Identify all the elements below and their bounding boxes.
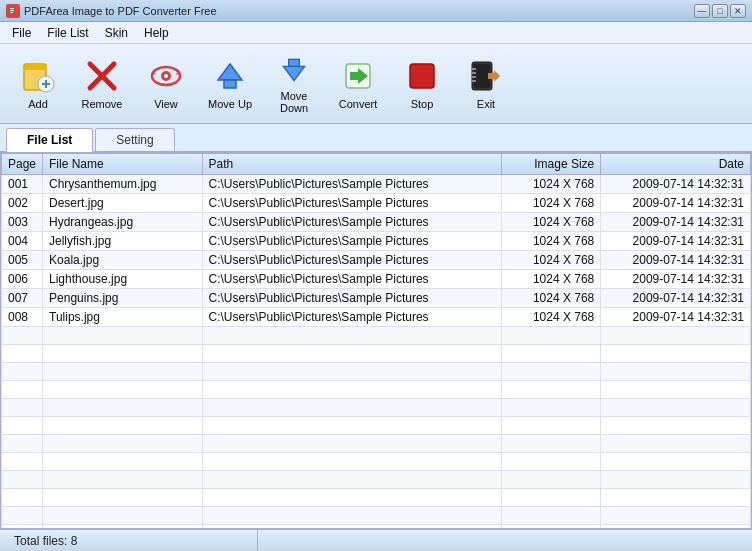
table-empty-row bbox=[2, 489, 751, 507]
cell-date: 2009-07-14 14:32:31 bbox=[601, 175, 751, 194]
svg-marker-24 bbox=[494, 70, 500, 82]
table-empty-row bbox=[2, 471, 751, 489]
convert-button[interactable]: Convert bbox=[328, 49, 388, 119]
stop-icon bbox=[404, 58, 440, 94]
svg-rect-22 bbox=[474, 64, 490, 88]
cell-filename: Desert.jpg bbox=[43, 194, 202, 213]
stop-button[interactable]: Stop bbox=[392, 49, 452, 119]
col-size: Image Size bbox=[501, 154, 601, 175]
cell-date: 2009-07-14 14:32:31 bbox=[601, 270, 751, 289]
tabs-bar: File List Setting bbox=[0, 124, 752, 152]
table-row[interactable]: 008 Tulips.jpg C:\Users\Public\Pictures\… bbox=[2, 308, 751, 327]
table-empty-row bbox=[2, 363, 751, 381]
add-icon bbox=[20, 58, 56, 94]
svg-rect-2 bbox=[10, 10, 14, 11]
cell-filename: Koala.jpg bbox=[43, 251, 202, 270]
file-table: Page File Name Path Image Size Date 001 … bbox=[1, 153, 751, 529]
convert-icon bbox=[340, 58, 376, 94]
col-path: Path bbox=[202, 154, 501, 175]
view-button[interactable]: View bbox=[136, 49, 196, 119]
svg-rect-27 bbox=[472, 76, 476, 78]
svg-point-13 bbox=[164, 74, 168, 78]
cell-page: 002 bbox=[2, 194, 43, 213]
cell-path: C:\Users\Public\Pictures\Sample Pictures bbox=[202, 270, 501, 289]
cell-size: 1024 X 768 bbox=[501, 270, 601, 289]
table-row[interactable]: 005 Koala.jpg C:\Users\Public\Pictures\S… bbox=[2, 251, 751, 270]
remove-button[interactable]: Remove bbox=[72, 49, 132, 119]
cell-date: 2009-07-14 14:32:31 bbox=[601, 194, 751, 213]
cell-filename: Hydrangeas.jpg bbox=[43, 213, 202, 232]
menu-filelist[interactable]: File List bbox=[39, 24, 96, 42]
move-up-label: Move Up bbox=[208, 98, 252, 110]
cell-size: 1024 X 768 bbox=[501, 289, 601, 308]
stop-label: Stop bbox=[411, 98, 434, 110]
move-down-button[interactable]: Move Down bbox=[264, 49, 324, 119]
cell-size: 1024 X 768 bbox=[501, 232, 601, 251]
table-header-row: Page File Name Path Image Size Date bbox=[2, 154, 751, 175]
cell-path: C:\Users\Public\Pictures\Sample Pictures bbox=[202, 232, 501, 251]
menu-skin[interactable]: Skin bbox=[97, 24, 136, 42]
menu-file[interactable]: File bbox=[4, 24, 39, 42]
table-empty-row bbox=[2, 417, 751, 435]
move-up-icon bbox=[212, 58, 248, 94]
cell-path: C:\Users\Public\Pictures\Sample Pictures bbox=[202, 308, 501, 327]
table-empty-row bbox=[2, 435, 751, 453]
tab-file-list[interactable]: File List bbox=[6, 128, 93, 152]
cell-page: 006 bbox=[2, 270, 43, 289]
file-list-section: Page File Name Path Image Size Date 001 … bbox=[0, 152, 752, 529]
menu-bar: File File List Skin Help bbox=[0, 22, 752, 44]
window-title: PDFArea Image to PDF Converter Free bbox=[24, 5, 694, 17]
maximize-button[interactable]: □ bbox=[712, 4, 728, 18]
table-empty-row bbox=[2, 453, 751, 471]
table-row[interactable]: 004 Jellyfish.jpg C:\Users\Public\Pictur… bbox=[2, 232, 751, 251]
app-window: PDFArea Image to PDF Converter Free — □ … bbox=[0, 0, 752, 551]
table-empty-row bbox=[2, 381, 751, 399]
svg-rect-8 bbox=[45, 80, 47, 88]
status-bar: Total files: 8 bbox=[0, 529, 752, 551]
cell-page: 007 bbox=[2, 289, 43, 308]
cell-size: 1024 X 768 bbox=[501, 308, 601, 327]
add-button[interactable]: Add bbox=[8, 49, 68, 119]
svg-rect-15 bbox=[224, 80, 236, 88]
move-down-label: Move Down bbox=[269, 90, 319, 114]
table-row[interactable]: 006 Lighthouse.jpg C:\Users\Public\Pictu… bbox=[2, 270, 751, 289]
remove-label: Remove bbox=[82, 98, 123, 110]
cell-path: C:\Users\Public\Pictures\Sample Pictures bbox=[202, 289, 501, 308]
cell-filename: Lighthouse.jpg bbox=[43, 270, 202, 289]
svg-marker-14 bbox=[218, 64, 242, 80]
file-table-container: Page File Name Path Image Size Date 001 … bbox=[0, 152, 752, 529]
move-down-icon bbox=[276, 54, 312, 86]
toolbar: Add Remove View bbox=[0, 44, 752, 124]
menu-help[interactable]: Help bbox=[136, 24, 177, 42]
cell-size: 1024 X 768 bbox=[501, 175, 601, 194]
tab-setting[interactable]: Setting bbox=[95, 128, 174, 151]
col-date: Date bbox=[601, 154, 751, 175]
minimize-button[interactable]: — bbox=[694, 4, 710, 18]
col-page: Page bbox=[2, 154, 43, 175]
cell-path: C:\Users\Public\Pictures\Sample Pictures bbox=[202, 194, 501, 213]
view-label: View bbox=[154, 98, 178, 110]
move-up-button[interactable]: Move Up bbox=[200, 49, 260, 119]
status-panel-2 bbox=[258, 530, 744, 551]
table-row[interactable]: 007 Penguins.jpg C:\Users\Public\Picture… bbox=[2, 289, 751, 308]
exit-button[interactable]: Exit bbox=[456, 49, 516, 119]
cell-page: 003 bbox=[2, 213, 43, 232]
view-icon bbox=[148, 58, 184, 94]
cell-filename: Penguins.jpg bbox=[43, 289, 202, 308]
cell-page: 008 bbox=[2, 308, 43, 327]
svg-marker-17 bbox=[283, 66, 304, 80]
close-button[interactable]: ✕ bbox=[730, 4, 746, 18]
table-row[interactable]: 003 Hydrangeas.jpg C:\Users\Public\Pictu… bbox=[2, 213, 751, 232]
cell-date: 2009-07-14 14:32:31 bbox=[601, 308, 751, 327]
cell-page: 001 bbox=[2, 175, 43, 194]
table-empty-row bbox=[2, 345, 751, 363]
convert-label: Convert bbox=[339, 98, 378, 110]
svg-rect-16 bbox=[289, 59, 300, 66]
status-total-files: Total files: 8 bbox=[8, 530, 258, 551]
table-empty-row bbox=[2, 327, 751, 345]
cell-filename: Chrysanthemum.jpg bbox=[43, 175, 202, 194]
table-row[interactable]: 002 Desert.jpg C:\Users\Public\Pictures\… bbox=[2, 194, 751, 213]
cell-path: C:\Users\Public\Pictures\Sample Pictures bbox=[202, 213, 501, 232]
table-row[interactable]: 001 Chrysanthemum.jpg C:\Users\Public\Pi… bbox=[2, 175, 751, 194]
cell-path: C:\Users\Public\Pictures\Sample Pictures bbox=[202, 175, 501, 194]
